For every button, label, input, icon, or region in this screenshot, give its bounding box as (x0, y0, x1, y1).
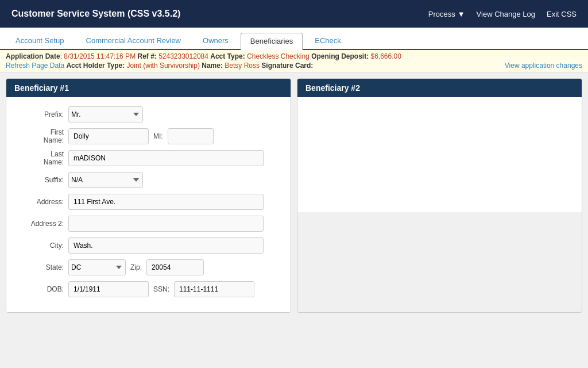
lastname-row: LastName: (18, 150, 279, 166)
refresh-page-data-link[interactable]: Refresh Page Data (6, 62, 64, 70)
address-row: Address: (18, 194, 279, 210)
acct-type-value: Checkless Checking (247, 52, 310, 60)
beneficiary-1-header: Beneficiary #1 (6, 79, 291, 97)
address-input[interactable] (68, 194, 264, 210)
acct-holder-type-label: Acct Holder Type: (66, 62, 126, 70)
tab-commercial-account-review[interactable]: Commercial Account Review (76, 32, 191, 49)
firstname-label: FirstName: (18, 128, 64, 144)
prefix-label: Prefix: (18, 110, 64, 118)
main-content: Beneficiary #1 Prefix: Mr. Mrs. Ms. Dr. … (0, 72, 588, 319)
suffix-label: Suffix: (18, 176, 64, 184)
signature-card-label: Signature Card: (261, 62, 313, 70)
firstname-row: FirstName: MI: (18, 128, 279, 144)
acct-holder-type-value: Joint (with Survivorship) (127, 62, 200, 70)
tab-account-setup[interactable]: Account Setup (6, 32, 74, 49)
zip-input[interactable] (146, 259, 204, 275)
state-select-wrapper: DC AL AK AZ CA (68, 259, 126, 275)
ref-value: 5243233012084 (158, 52, 208, 60)
address2-input[interactable] (68, 216, 264, 232)
chevron-down-icon: ▼ (458, 10, 465, 18)
header-navigation: Process ▼ View Change Log Exit CSS (428, 10, 577, 18)
ssn-input[interactable] (174, 281, 254, 297)
lastname-input[interactable] (68, 150, 264, 166)
ref-label: Ref #: (137, 52, 158, 60)
beneficiary-2-panel: Beneficiary #2 (297, 78, 582, 313)
tab-echeck[interactable]: ECheck (305, 32, 351, 49)
tab-beneficiaries[interactable]: Beneficiaries (241, 33, 303, 50)
lastname-label: LastName: (18, 150, 64, 166)
city-row: City: (18, 237, 279, 254)
info-bar: Application Date: 8/31/2015 11:47:16 PM … (0, 50, 588, 72)
suffix-select-wrapper: N/A Jr. Sr. II III (68, 172, 143, 188)
mi-input[interactable] (168, 128, 214, 144)
process-button[interactable]: Process ▼ (428, 10, 465, 18)
tab-owners[interactable]: Owners (193, 32, 238, 49)
dob-input[interactable] (68, 281, 149, 297)
firstname-input[interactable] (68, 128, 149, 144)
dob-label: DOB: (18, 285, 64, 293)
tab-bar: Account Setup Commercial Account Review … (0, 28, 588, 50)
city-label: City: (18, 241, 64, 250)
zip-label: Zip: (130, 263, 142, 271)
opening-deposit-label: Opening Deposit: (311, 52, 370, 60)
beneficiary-1-body: Prefix: Mr. Mrs. Ms. Dr. FirstName: MI: (6, 97, 291, 312)
beneficiary-2-header: Beneficiary #2 (297, 79, 582, 97)
application-date-label: Application Date: (6, 52, 64, 60)
state-zip-row: State: DC AL AK AZ CA Zip: (18, 259, 279, 275)
view-application-changes-link[interactable]: View application changes (505, 62, 582, 70)
suffix-row: Suffix: N/A Jr. Sr. II III (18, 172, 279, 188)
prefix-select[interactable]: Mr. Mrs. Ms. Dr. (68, 106, 143, 122)
info-row-1: Application Date: 8/31/2015 11:47:16 PM … (6, 52, 582, 60)
name-label: Name: (202, 62, 225, 70)
mi-label: MI: (153, 132, 163, 140)
prefix-row: Prefix: Mr. Mrs. Ms. Dr. (18, 106, 279, 122)
name-value: Betsy Ross (225, 62, 260, 70)
acct-type-label: Acct Type: (210, 52, 247, 60)
suffix-select[interactable]: N/A Jr. Sr. II III (68, 172, 143, 188)
application-date-value: 8/31/2015 11:47:16 PM (64, 52, 136, 60)
address2-label: Address 2: (18, 220, 64, 228)
app-header: Customer Service System (CSS v3.5.2) Pro… (0, 0, 588, 28)
process-label: Process (428, 10, 455, 18)
address-label: Address: (18, 198, 64, 206)
beneficiary-2-body (297, 97, 582, 212)
state-select[interactable]: DC AL AK AZ CA (68, 259, 126, 275)
beneficiary-1-panel: Beneficiary #1 Prefix: Mr. Mrs. Ms. Dr. … (6, 78, 291, 313)
city-input[interactable] (68, 237, 264, 254)
info-row-2-left: Refresh Page Data Acct Holder Type: Join… (6, 62, 313, 70)
address2-row: Address 2: (18, 216, 279, 232)
ssn-label: SSN: (153, 285, 169, 293)
app-title: Customer Service System (CSS v3.5.2) (11, 9, 180, 19)
state-label: State: (18, 263, 64, 271)
dob-ssn-row: DOB: SSN: (18, 281, 279, 297)
opening-deposit-value: $6,666.00 (370, 52, 401, 60)
info-row-2: Refresh Page Data Acct Holder Type: Join… (6, 62, 582, 70)
exit-css-link[interactable]: Exit CSS (547, 10, 577, 18)
view-change-log-link[interactable]: View Change Log (477, 10, 535, 18)
prefix-select-wrapper: Mr. Mrs. Ms. Dr. (68, 106, 143, 122)
